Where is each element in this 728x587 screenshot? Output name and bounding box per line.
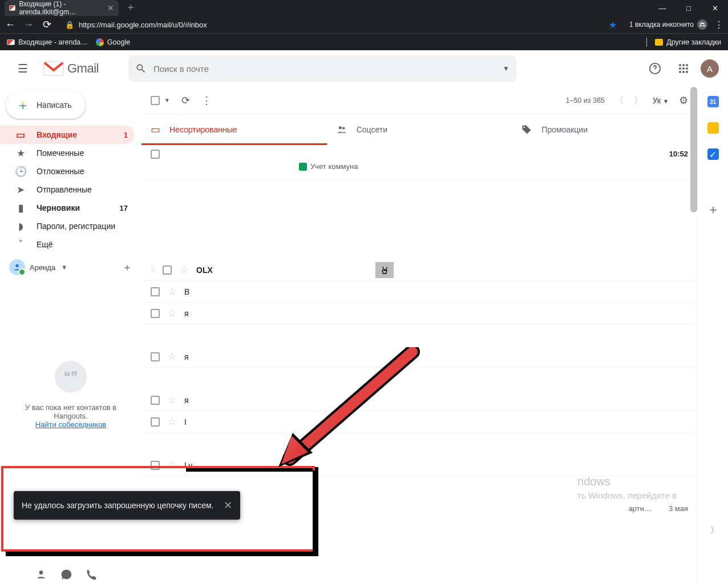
window-minimize-button[interactable]: —: [649, 0, 676, 16]
sidebar-item-inbox[interactable]: ▭ Входящие 1: [0, 126, 135, 144]
refresh-button[interactable]: ⟳: [181, 94, 190, 107]
row-checkbox[interactable]: [151, 461, 160, 470]
tasks-addon-button[interactable]: ✓: [707, 148, 719, 160]
tab-promotions[interactable]: Промоакции: [512, 114, 697, 145]
mail-row[interactable]: Учет коммуна 10:52: [141, 145, 697, 179]
chevron-down-icon[interactable]: ▼: [61, 264, 67, 271]
address-bar[interactable]: 🔒 https://mail.google.com/mail/u/0/#inbo…: [59, 17, 622, 33]
apps-grid-button[interactable]: [672, 57, 695, 80]
nav-reload-icon[interactable]: ⟳: [41, 18, 52, 31]
star-icon[interactable]: ☆: [168, 459, 176, 471]
cursor-overlay: [375, 262, 394, 278]
hangouts-phone-tab[interactable]: [86, 569, 97, 580]
row-checkbox[interactable]: [151, 150, 160, 159]
bookmark-label: Входящие - arenda…: [18, 38, 88, 46]
prev-page-button[interactable]: 〈: [615, 95, 624, 106]
quote-icon: ❝❞: [55, 361, 87, 393]
sidebar-item-sent[interactable]: ➤ Отправленные: [0, 180, 135, 199]
window-close-button[interactable]: ✕: [702, 0, 728, 16]
other-bookmarks-label: Другие закладки: [666, 38, 721, 46]
star-icon[interactable]: ☆: [168, 416, 176, 428]
star-icon[interactable]: ☆: [168, 307, 176, 319]
hangouts-user-row[interactable]: Аренда ▼ ＋: [0, 254, 141, 281]
sidebar-item-drafts[interactable]: ▮ Черновики 17: [0, 199, 135, 217]
settings-button[interactable]: ⚙: [679, 94, 688, 107]
mail-row[interactable]: ☆ В: [141, 281, 697, 303]
new-tab-button[interactable]: ＋: [126, 0, 136, 14]
row-sender: В: [184, 287, 287, 296]
incognito-icon: [697, 19, 707, 30]
send-icon: ➤: [15, 184, 26, 196]
star-icon[interactable]: ☆: [168, 286, 176, 297]
star-icon[interactable]: ☆: [180, 264, 188, 276]
row-checkbox[interactable]: [151, 309, 160, 318]
row-snippet: артн…: [629, 504, 652, 513]
plus-icon: ＋: [16, 96, 30, 114]
browser-tab[interactable]: Входящие (1) - arenda.itkit@gm… ✕: [5, 0, 119, 16]
drag-handle-icon[interactable]: ⠿: [151, 266, 155, 274]
bookmark-star-icon[interactable]: ★: [609, 19, 617, 30]
sidebar-item-snoozed[interactable]: 🕒 Отложенные: [0, 162, 135, 180]
next-page-button[interactable]: 〉: [634, 95, 642, 106]
mail-row[interactable]: ☆ I: [141, 411, 697, 433]
star-icon[interactable]: ☆: [168, 394, 176, 406]
mail-row[interactable]: ☆ я: [141, 346, 697, 368]
svg-point-4: [686, 64, 688, 66]
support-button[interactable]: [644, 57, 666, 80]
close-tab-icon[interactable]: ✕: [107, 3, 114, 13]
search-input[interactable]: [153, 64, 496, 74]
incognito-indicator[interactable]: 1 вкладка инкогнито: [629, 19, 707, 30]
bookmark-item[interactable]: Google: [96, 38, 130, 46]
scrollbar-thumb[interactable]: [690, 87, 697, 212]
keep-addon-button[interactable]: [707, 122, 719, 134]
svg-point-11: [15, 264, 18, 267]
search-box[interactable]: ▼: [128, 55, 516, 82]
other-bookmarks-button[interactable]: Другие закладки: [655, 38, 721, 46]
browser-menu-icon[interactable]: ⋮: [714, 19, 723, 30]
close-icon[interactable]: ✕: [224, 499, 232, 512]
row-checkbox[interactable]: [151, 396, 160, 405]
nav-forward-icon[interactable]: →: [23, 19, 34, 31]
sidebar-item-label-passwords[interactable]: ◗ Пароли, регистрации: [0, 217, 135, 235]
label-icon: ◗: [15, 220, 26, 232]
account-avatar[interactable]: A: [701, 59, 719, 78]
input-lang-button[interactable]: Ук ▼: [653, 96, 669, 105]
more-actions-button[interactable]: ⋮: [201, 94, 212, 107]
window-maximize-button[interactable]: □: [676, 0, 702, 16]
svg-point-2: [679, 64, 681, 66]
tab-social[interactable]: Соцсети: [327, 114, 512, 145]
new-conversation-button[interactable]: ＋: [122, 260, 132, 274]
hangouts-contacts-tab[interactable]: [35, 569, 47, 580]
hangouts-chat-tab[interactable]: [60, 569, 72, 580]
hangouts-find-link[interactable]: Найти собеседников: [35, 420, 107, 429]
star-icon[interactable]: ☆: [168, 351, 176, 363]
watermark-line2: ть Windows, перейдите в: [577, 489, 677, 501]
svg-point-3: [682, 64, 685, 66]
main-menu-button[interactable]: ☰: [9, 55, 37, 82]
bookmark-item[interactable]: Входящие - arenda…: [7, 38, 88, 46]
gmail-logo[interactable]: Gmail: [43, 61, 99, 76]
row-checkbox[interactable]: [163, 266, 172, 275]
sidebar-item-label: Помеченные: [37, 148, 84, 158]
hide-side-panel-button[interactable]: 〉: [710, 525, 719, 536]
select-all-checkbox[interactable]: [151, 96, 160, 105]
mail-row[interactable]: ☆ я: [141, 389, 697, 411]
mail-row[interactable]: ☆ я: [141, 303, 697, 324]
mail-row[interactable]: ⠿ ☆ OLX: [141, 259, 697, 281]
nav-back-icon[interactable]: ←: [5, 19, 16, 31]
calendar-addon-button[interactable]: 31: [707, 96, 719, 107]
sidebar-item-more[interactable]: ˅ Ещё: [0, 235, 135, 254]
excel-icon: [299, 163, 307, 171]
search-options-icon[interactable]: ▼: [503, 65, 509, 73]
get-addons-button[interactable]: ＋: [707, 201, 719, 218]
tab-label: Несортированные: [169, 125, 237, 134]
search-icon[interactable]: [135, 63, 147, 74]
sidebar-item-starred[interactable]: ★ Помеченные: [0, 144, 135, 162]
compose-button[interactable]: ＋ Написать: [6, 91, 86, 119]
row-checkbox[interactable]: [151, 287, 160, 296]
row-checkbox[interactable]: [151, 352, 160, 361]
clock-icon: 🕒: [15, 166, 26, 178]
tab-primary[interactable]: ▭ Несортированные: [141, 114, 327, 145]
row-checkbox[interactable]: [151, 417, 160, 427]
select-dropdown-icon[interactable]: ▼: [164, 97, 170, 103]
